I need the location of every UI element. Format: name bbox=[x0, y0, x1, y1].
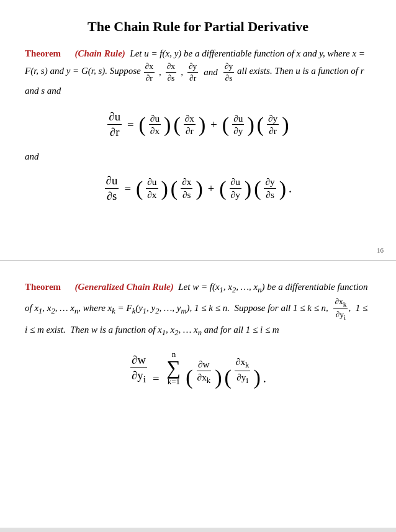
theorem-2-block: Theorem (Generalized Chain Rule) Let w =… bbox=[25, 279, 371, 339]
theorem-1-block: Theorem (Chain Rule) Let u = f(x, y) be … bbox=[25, 46, 371, 98]
theorem-2-label: Theorem bbox=[25, 282, 61, 292]
page-2: Theorem (Generalized Chain Rule) Let w =… bbox=[0, 261, 396, 528]
theorem-2-title: (Generalized Chain Rule) bbox=[75, 282, 174, 292]
formula-3: ∂w∂yi = n ∑ k=1 ( ∂w∂xk ) ( ∂xk∂yi ) . bbox=[25, 350, 371, 386]
theorem-1-title: (Chain Rule) bbox=[75, 48, 125, 58]
sigma-symbol: n ∑ k=1 bbox=[167, 350, 181, 386]
formula-2: ∂u∂s = ( ∂u∂x ) ( ∂x∂s ) + ( ∂u∂y ) ( ∂y… bbox=[25, 173, 371, 204]
page-number-1: 16 bbox=[377, 246, 384, 254]
page-1: The Chain Rule for Partial Derivative Th… bbox=[0, 0, 396, 261]
and-text: and bbox=[25, 151, 371, 162]
page-title: The Chain Rule for Partial Derivative bbox=[25, 19, 371, 35]
theorem-1-label: Theorem bbox=[25, 48, 61, 58]
formula-1: ∂u∂r = ( ∂u∂x ) ( ∂x∂r ) + ( ∂u∂y ) ( ∂y… bbox=[25, 109, 371, 140]
